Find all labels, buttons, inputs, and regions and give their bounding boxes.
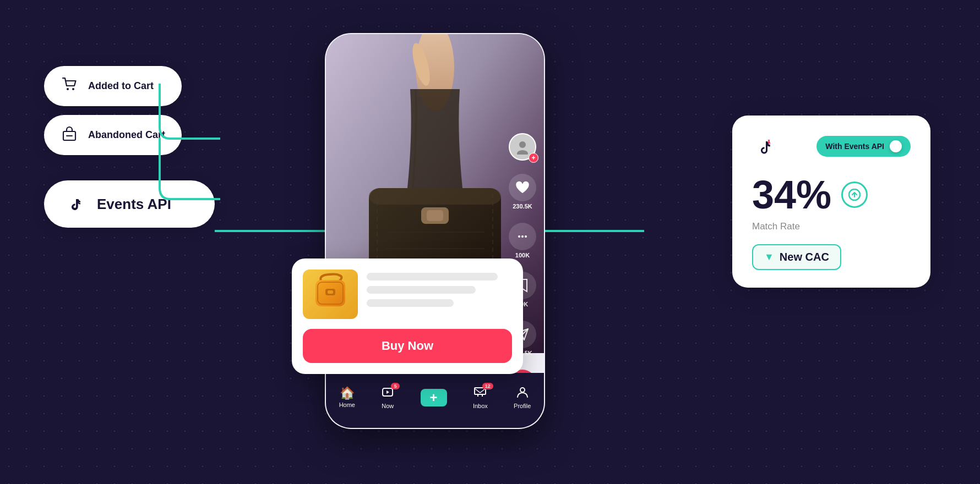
match-rate-percent: 34% (752, 175, 831, 215)
svg-point-14 (517, 150, 528, 155)
h-line-left (215, 230, 336, 232)
product-line-3 (367, 299, 454, 307)
svg-point-16 (518, 235, 520, 238)
svg-point-3 (64, 193, 87, 216)
abandoned-cart-label: Abandoned Cart (88, 129, 165, 141)
new-cac-badge: ▼ New CAC (752, 244, 841, 270)
nav-inbox[interactable]: Inbox 12 (473, 386, 488, 409)
tiktok-logo-right (752, 133, 778, 160)
comments-icon-item: 100K (509, 223, 536, 258)
product-line-2 (367, 286, 476, 294)
added-to-cart-label: Added to Cart (88, 80, 154, 92)
toggle-indicator (890, 140, 902, 152)
nav-inbox-label: Inbox (473, 403, 488, 409)
likes-icon-item: 230.5K (509, 174, 536, 210)
comments-count: 100K (515, 252, 530, 258)
profile-avatar-container: + (509, 133, 536, 161)
product-info (303, 270, 512, 319)
nav-now-label: Now (382, 403, 394, 409)
svg-point-1 (72, 88, 74, 90)
box-icon (61, 125, 78, 145)
svg-point-19 (520, 388, 525, 392)
inbox-badge: 12 (482, 383, 493, 389)
new-cac-label: New CAC (780, 251, 829, 263)
follow-plus-badge: + (529, 153, 538, 163)
nav-plus[interactable]: + (421, 389, 447, 406)
phone-container: + 230.5K 100K 89K (325, 33, 545, 429)
triangle-down-icon: ▼ (764, 251, 774, 263)
home-icon: 🏠 (340, 387, 355, 399)
buy-now-button[interactable]: Buy Now (303, 329, 512, 363)
stats-card: With Events API 34% Match Rate ▼ New CAC (732, 116, 930, 288)
likes-count: 230.5K (513, 203, 532, 210)
left-connector-lines (154, 84, 220, 254)
svg-point-17 (525, 235, 527, 238)
tiktok-logo-left (64, 193, 87, 216)
heart-icon (509, 174, 536, 201)
nav-profile[interactable]: Profile (514, 386, 531, 409)
events-api-badge-label: With Events API (825, 142, 884, 151)
svg-rect-22 (328, 290, 333, 294)
nav-profile-label: Profile (514, 403, 531, 409)
product-description-lines (367, 270, 512, 319)
svg-rect-8 (369, 188, 501, 205)
cart-icon (61, 76, 78, 96)
plus-icon: + (430, 390, 438, 405)
nav-home[interactable]: 🏠 Home (339, 387, 355, 408)
product-card: Buy Now (292, 258, 523, 374)
create-button[interactable]: + (421, 389, 447, 406)
match-rate-label: Match Rate (752, 221, 911, 232)
profile-icon (516, 386, 529, 400)
product-image (303, 270, 358, 319)
h-line-right (545, 230, 644, 232)
product-line-1 (367, 273, 498, 280)
comment-icon (509, 223, 536, 250)
arrow-up-icon (841, 182, 868, 208)
svg-point-24 (752, 133, 778, 160)
nav-now[interactable]: Now 5 (381, 386, 394, 409)
svg-point-13 (519, 141, 526, 148)
stats-card-header: With Events API (752, 133, 911, 160)
svg-point-15 (521, 235, 524, 238)
svg-rect-10 (427, 210, 443, 221)
now-badge: 5 (391, 383, 400, 389)
phone-bottom-nav: 🏠 Home Now 5 + Inbox 12 (326, 373, 544, 428)
match-rate-row: 34% (752, 175, 911, 215)
nav-home-label: Home (339, 402, 355, 408)
right-section: With Events API 34% Match Rate ▼ New CAC (732, 116, 930, 288)
events-api-badge: With Events API (816, 136, 911, 157)
svg-point-0 (67, 88, 69, 90)
